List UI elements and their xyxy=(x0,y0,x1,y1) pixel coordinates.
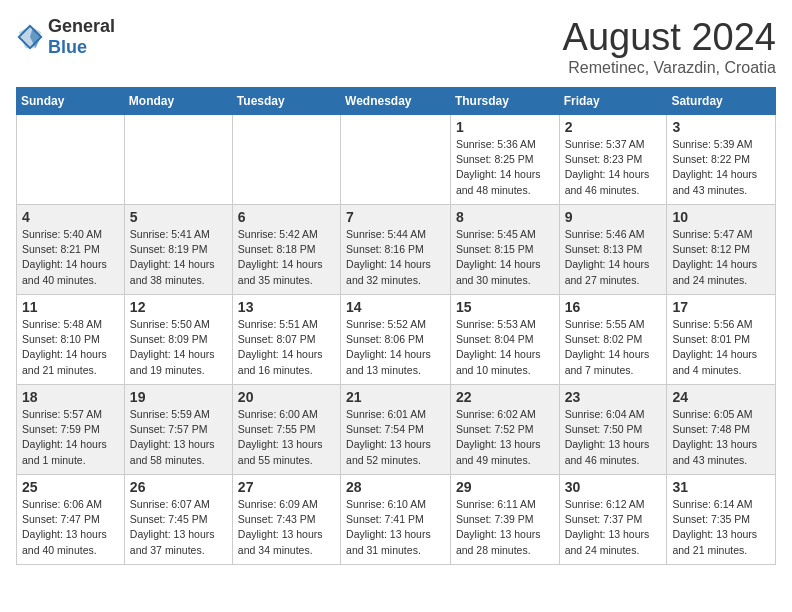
day-number: 6 xyxy=(238,209,335,225)
day-info: Sunrise: 5:51 AM Sunset: 8:07 PM Dayligh… xyxy=(238,317,335,378)
day-number: 14 xyxy=(346,299,445,315)
day-info: Sunrise: 5:50 AM Sunset: 8:09 PM Dayligh… xyxy=(130,317,227,378)
day-number: 24 xyxy=(672,389,770,405)
calendar-cell xyxy=(124,115,232,205)
day-info: Sunrise: 5:48 AM Sunset: 8:10 PM Dayligh… xyxy=(22,317,119,378)
day-info: Sunrise: 5:53 AM Sunset: 8:04 PM Dayligh… xyxy=(456,317,554,378)
calendar-cell: 7Sunrise: 5:44 AM Sunset: 8:16 PM Daylig… xyxy=(341,205,451,295)
day-number: 3 xyxy=(672,119,770,135)
calendar-cell: 4Sunrise: 5:40 AM Sunset: 8:21 PM Daylig… xyxy=(17,205,125,295)
calendar-cell: 13Sunrise: 5:51 AM Sunset: 8:07 PM Dayli… xyxy=(232,295,340,385)
day-info: Sunrise: 5:52 AM Sunset: 8:06 PM Dayligh… xyxy=(346,317,445,378)
day-info: Sunrise: 5:39 AM Sunset: 8:22 PM Dayligh… xyxy=(672,137,770,198)
calendar-cell: 27Sunrise: 6:09 AM Sunset: 7:43 PM Dayli… xyxy=(232,475,340,565)
day-info: Sunrise: 6:06 AM Sunset: 7:47 PM Dayligh… xyxy=(22,497,119,558)
day-info: Sunrise: 6:10 AM Sunset: 7:41 PM Dayligh… xyxy=(346,497,445,558)
day-info: Sunrise: 6:09 AM Sunset: 7:43 PM Dayligh… xyxy=(238,497,335,558)
day-info: Sunrise: 5:47 AM Sunset: 8:12 PM Dayligh… xyxy=(672,227,770,288)
day-number: 11 xyxy=(22,299,119,315)
weekday-header-saturday: Saturday xyxy=(667,88,776,115)
calendar-cell: 22Sunrise: 6:02 AM Sunset: 7:52 PM Dayli… xyxy=(450,385,559,475)
day-info: Sunrise: 5:44 AM Sunset: 8:16 PM Dayligh… xyxy=(346,227,445,288)
day-info: Sunrise: 5:55 AM Sunset: 8:02 PM Dayligh… xyxy=(565,317,662,378)
calendar-cell: 24Sunrise: 6:05 AM Sunset: 7:48 PM Dayli… xyxy=(667,385,776,475)
weekday-header-friday: Friday xyxy=(559,88,667,115)
calendar-cell: 30Sunrise: 6:12 AM Sunset: 7:37 PM Dayli… xyxy=(559,475,667,565)
week-row-3: 11Sunrise: 5:48 AM Sunset: 8:10 PM Dayli… xyxy=(17,295,776,385)
calendar-cell: 15Sunrise: 5:53 AM Sunset: 8:04 PM Dayli… xyxy=(450,295,559,385)
day-number: 13 xyxy=(238,299,335,315)
weekday-header-sunday: Sunday xyxy=(17,88,125,115)
calendar-cell: 14Sunrise: 5:52 AM Sunset: 8:06 PM Dayli… xyxy=(341,295,451,385)
day-info: Sunrise: 5:37 AM Sunset: 8:23 PM Dayligh… xyxy=(565,137,662,198)
day-info: Sunrise: 6:12 AM Sunset: 7:37 PM Dayligh… xyxy=(565,497,662,558)
calendar-cell: 1Sunrise: 5:36 AM Sunset: 8:25 PM Daylig… xyxy=(450,115,559,205)
day-info: Sunrise: 5:45 AM Sunset: 8:15 PM Dayligh… xyxy=(456,227,554,288)
day-number: 12 xyxy=(130,299,227,315)
month-title: August 2024 xyxy=(563,16,776,59)
calendar-cell: 26Sunrise: 6:07 AM Sunset: 7:45 PM Dayli… xyxy=(124,475,232,565)
calendar-cell: 2Sunrise: 5:37 AM Sunset: 8:23 PM Daylig… xyxy=(559,115,667,205)
calendar-cell: 20Sunrise: 6:00 AM Sunset: 7:55 PM Dayli… xyxy=(232,385,340,475)
day-number: 27 xyxy=(238,479,335,495)
day-number: 19 xyxy=(130,389,227,405)
day-info: Sunrise: 6:05 AM Sunset: 7:48 PM Dayligh… xyxy=(672,407,770,468)
day-number: 8 xyxy=(456,209,554,225)
calendar-cell: 5Sunrise: 5:41 AM Sunset: 8:19 PM Daylig… xyxy=(124,205,232,295)
week-row-1: 1Sunrise: 5:36 AM Sunset: 8:25 PM Daylig… xyxy=(17,115,776,205)
day-info: Sunrise: 6:02 AM Sunset: 7:52 PM Dayligh… xyxy=(456,407,554,468)
day-number: 21 xyxy=(346,389,445,405)
calendar-table: SundayMondayTuesdayWednesdayThursdayFrid… xyxy=(16,87,776,565)
day-number: 25 xyxy=(22,479,119,495)
day-info: Sunrise: 5:46 AM Sunset: 8:13 PM Dayligh… xyxy=(565,227,662,288)
day-number: 26 xyxy=(130,479,227,495)
calendar-cell: 23Sunrise: 6:04 AM Sunset: 7:50 PM Dayli… xyxy=(559,385,667,475)
day-info: Sunrise: 5:56 AM Sunset: 8:01 PM Dayligh… xyxy=(672,317,770,378)
day-info: Sunrise: 6:00 AM Sunset: 7:55 PM Dayligh… xyxy=(238,407,335,468)
day-number: 31 xyxy=(672,479,770,495)
calendar-cell: 10Sunrise: 5:47 AM Sunset: 8:12 PM Dayli… xyxy=(667,205,776,295)
day-number: 23 xyxy=(565,389,662,405)
day-number: 16 xyxy=(565,299,662,315)
day-info: Sunrise: 5:41 AM Sunset: 8:19 PM Dayligh… xyxy=(130,227,227,288)
day-number: 2 xyxy=(565,119,662,135)
calendar-cell: 25Sunrise: 6:06 AM Sunset: 7:47 PM Dayli… xyxy=(17,475,125,565)
calendar-cell: 16Sunrise: 5:55 AM Sunset: 8:02 PM Dayli… xyxy=(559,295,667,385)
weekday-header-wednesday: Wednesday xyxy=(341,88,451,115)
calendar-cell xyxy=(341,115,451,205)
weekday-header-tuesday: Tuesday xyxy=(232,88,340,115)
page-header: General Blue August 2024 Remetinec, Vara… xyxy=(16,16,776,77)
calendar-cell: 29Sunrise: 6:11 AM Sunset: 7:39 PM Dayli… xyxy=(450,475,559,565)
logo-icon xyxy=(16,23,44,51)
calendar-cell xyxy=(232,115,340,205)
day-number: 22 xyxy=(456,389,554,405)
day-number: 30 xyxy=(565,479,662,495)
weekday-header-row: SundayMondayTuesdayWednesdayThursdayFrid… xyxy=(17,88,776,115)
day-info: Sunrise: 6:07 AM Sunset: 7:45 PM Dayligh… xyxy=(130,497,227,558)
logo-text: General Blue xyxy=(48,16,115,58)
week-row-4: 18Sunrise: 5:57 AM Sunset: 7:59 PM Dayli… xyxy=(17,385,776,475)
day-info: Sunrise: 6:04 AM Sunset: 7:50 PM Dayligh… xyxy=(565,407,662,468)
week-row-5: 25Sunrise: 6:06 AM Sunset: 7:47 PM Dayli… xyxy=(17,475,776,565)
day-info: Sunrise: 6:14 AM Sunset: 7:35 PM Dayligh… xyxy=(672,497,770,558)
calendar-cell: 17Sunrise: 5:56 AM Sunset: 8:01 PM Dayli… xyxy=(667,295,776,385)
day-number: 7 xyxy=(346,209,445,225)
day-info: Sunrise: 6:11 AM Sunset: 7:39 PM Dayligh… xyxy=(456,497,554,558)
weekday-header-monday: Monday xyxy=(124,88,232,115)
day-info: Sunrise: 5:59 AM Sunset: 7:57 PM Dayligh… xyxy=(130,407,227,468)
day-number: 5 xyxy=(130,209,227,225)
day-number: 20 xyxy=(238,389,335,405)
day-info: Sunrise: 5:40 AM Sunset: 8:21 PM Dayligh… xyxy=(22,227,119,288)
day-number: 10 xyxy=(672,209,770,225)
calendar-cell: 12Sunrise: 5:50 AM Sunset: 8:09 PM Dayli… xyxy=(124,295,232,385)
calendar-cell: 18Sunrise: 5:57 AM Sunset: 7:59 PM Dayli… xyxy=(17,385,125,475)
calendar-cell xyxy=(17,115,125,205)
calendar-cell: 21Sunrise: 6:01 AM Sunset: 7:54 PM Dayli… xyxy=(341,385,451,475)
title-block: August 2024 Remetinec, Varazdin, Croatia xyxy=(563,16,776,77)
day-number: 9 xyxy=(565,209,662,225)
calendar-cell: 19Sunrise: 5:59 AM Sunset: 7:57 PM Dayli… xyxy=(124,385,232,475)
day-info: Sunrise: 5:57 AM Sunset: 7:59 PM Dayligh… xyxy=(22,407,119,468)
week-row-2: 4Sunrise: 5:40 AM Sunset: 8:21 PM Daylig… xyxy=(17,205,776,295)
calendar-cell: 6Sunrise: 5:42 AM Sunset: 8:18 PM Daylig… xyxy=(232,205,340,295)
logo-blue: Blue xyxy=(48,37,87,57)
